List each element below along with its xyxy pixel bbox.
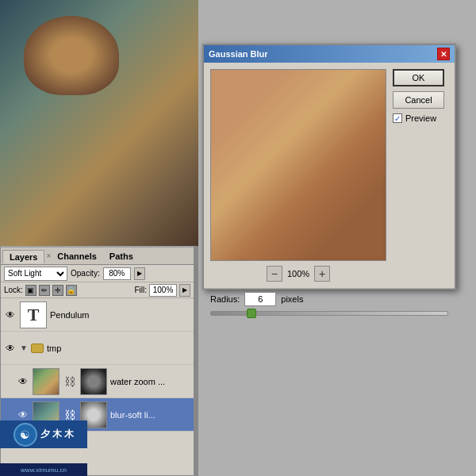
layer-row-tmp[interactable]: 👁 ▼ tmp xyxy=(1,332,194,365)
blur-preview-image xyxy=(210,69,386,261)
logo-url-text: www.ximumu.cn xyxy=(21,466,67,474)
preview-label: Preview xyxy=(405,113,436,123)
dialog-close-button[interactable]: ✕ xyxy=(437,48,450,60)
eye-icon-blur-soft[interactable]: 👁 xyxy=(17,409,29,421)
layer-name-pendulum: Pendulum xyxy=(50,310,190,320)
water-zoom-mask xyxy=(81,369,106,394)
layer-name-blur-soft: blur-soft li... xyxy=(110,410,190,420)
mask-chain-icon-2: ⛓ xyxy=(64,409,75,421)
lock-label: Lock: xyxy=(4,286,23,294)
lock-all-icon[interactable]: 🔒 xyxy=(66,285,77,296)
dialog-action-controls: OK Cancel ✓ Preview xyxy=(393,69,448,282)
radius-unit: pixels xyxy=(281,294,303,304)
preview-checkbox[interactable]: ✓ xyxy=(393,113,402,123)
preview-area: − 100% + xyxy=(210,69,386,282)
text-layer-icon: T xyxy=(28,305,40,325)
tab-channels[interactable]: Channels xyxy=(51,250,103,263)
lock-paint-icon[interactable]: ✏ xyxy=(39,285,50,296)
logo-icon: ☯ xyxy=(13,423,37,447)
layer-row-water-zoom[interactable]: 👁 ⛓ water zoom ... xyxy=(1,365,194,398)
dialog-body: − 100% + OK Cancel ✓ Preview xyxy=(204,63,455,288)
layer-thumb-pendulum: T xyxy=(20,301,47,328)
water-zoom-thumb-img xyxy=(33,369,59,394)
zoom-percent-label: 100% xyxy=(287,269,309,278)
blend-mode-select[interactable]: Soft Light Normal Multiply Screen Overla… xyxy=(4,267,67,281)
zoom-in-button[interactable]: + xyxy=(314,266,330,282)
radius-slider-thumb[interactable] xyxy=(247,309,256,318)
dialog-title: Gaussian Blur xyxy=(209,49,268,59)
logo-icon-symbol: ☯ xyxy=(20,428,30,441)
fill-label: Fill: xyxy=(134,286,147,294)
radius-slider-track[interactable] xyxy=(210,311,448,316)
fill-input[interactable] xyxy=(149,284,177,297)
opacity-label: Opacity: xyxy=(71,269,100,278)
tab-layers[interactable]: Layers xyxy=(2,250,44,263)
opacity-input[interactable] xyxy=(103,267,131,280)
zoom-out-button[interactable]: − xyxy=(267,266,282,282)
preview-checkbox-row: ✓ Preview xyxy=(393,113,448,123)
layer-thumb-water-zoom xyxy=(33,368,60,395)
lock-row: Lock: ▣ ✏ ✛ 🔒 Fill: ▶ xyxy=(1,282,194,298)
layer-row-pendulum[interactable]: 👁 T Pendulum xyxy=(1,298,194,332)
canvas-background xyxy=(0,0,198,246)
mask-chain-icon: ⛓ xyxy=(64,375,75,388)
dialog-titlebar: Gaussian Blur ✕ xyxy=(204,45,455,63)
logo-url-bar: www.ximumu.cn xyxy=(0,463,87,476)
tab-paths[interactable]: Paths xyxy=(103,250,140,263)
folder-icon-tmp xyxy=(31,344,44,353)
radius-slider-row xyxy=(204,309,455,322)
opacity-arrow-button[interactable]: ▶ xyxy=(134,267,145,280)
fill-arrow-button[interactable]: ▶ xyxy=(179,284,190,297)
folder-expand-arrow[interactable]: ▼ xyxy=(20,344,28,352)
layers-tabs: Layers × Channels Paths xyxy=(1,248,194,265)
radius-input[interactable] xyxy=(244,292,276,306)
eye-icon-pendulum[interactable]: 👁 xyxy=(4,309,17,321)
gaussian-blur-dialog: Gaussian Blur ✕ − 100% + OK Cancel ✓ Pre… xyxy=(202,44,456,290)
cancel-button[interactable]: Cancel xyxy=(393,91,444,109)
eye-icon-tmp[interactable]: 👁 xyxy=(4,342,17,355)
layer-name-water-zoom: water zoom ... xyxy=(110,377,190,386)
logo-area: ☯ 夕 木 木 xyxy=(0,420,87,448)
lock-pixels-icon[interactable]: ▣ xyxy=(25,285,36,296)
layer-name-tmp: tmp xyxy=(47,344,190,353)
layer-mask-water-zoom xyxy=(80,368,107,395)
lock-move-icon[interactable]: ✛ xyxy=(52,285,63,296)
radius-row: Radius: pixels xyxy=(204,288,455,309)
ok-button[interactable]: OK xyxy=(393,69,444,86)
layers-toolbar: Soft Light Normal Multiply Screen Overla… xyxy=(1,265,194,282)
eye-icon-water-zoom[interactable]: 👁 xyxy=(17,375,29,388)
logo-text: 夕 木 木 xyxy=(40,428,75,441)
preview-controls: − 100% + xyxy=(210,266,386,282)
radius-label: Radius: xyxy=(210,294,240,304)
